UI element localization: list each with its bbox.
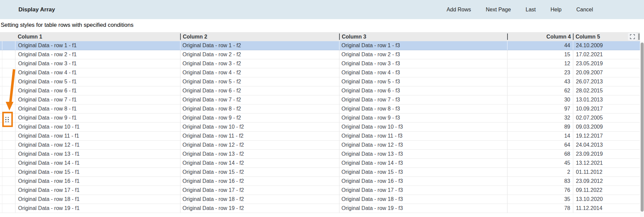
header-column-3[interactable]: Column 3: [339, 32, 507, 41]
row-selector-cell[interactable]: [0, 95, 15, 104]
header-label: Column 4: [544, 34, 573, 40]
cell-column-5: 28.02.2015: [573, 86, 640, 95]
table-row[interactable]: Original Data - row 9 - f1 Original Data…: [0, 114, 640, 123]
cell-column-2: Original Data - row 8 - f2: [180, 104, 339, 113]
cell-column-5: 09.03.2009: [573, 123, 640, 131]
cell-column-4: 64: [507, 141, 573, 149]
expand-table-button[interactable]: [628, 33, 637, 41]
cell-column-3: Original Data - row 8 - f3: [339, 104, 507, 113]
cell-column-4: 12: [507, 59, 573, 68]
table-row[interactable]: Original Data - row 7 - f1 Original Data…: [0, 95, 640, 104]
row-selector-cell[interactable]: [0, 50, 15, 59]
table-row[interactable]: Original Data - row 1 - f1 Original Data…: [0, 41, 640, 50]
cell-column-1: Original Data - row 12 - f1: [15, 141, 180, 149]
cell-column-3: Original Data - row 3 - f3: [339, 59, 507, 68]
cell-column-5: 13.12.2021: [573, 159, 640, 167]
table-row[interactable]: Original Data - row 18 - f1 Original Dat…: [0, 195, 640, 204]
table-row[interactable]: Original Data - row 6 - f1 Original Data…: [0, 86, 640, 95]
table-row[interactable]: Original Data - row 17 - f1 Original Dat…: [0, 186, 640, 195]
table-body: Original Data - row 1 - f1 Original Data…: [0, 41, 640, 213]
header-label: Column 3: [340, 34, 366, 40]
cell-column-2: Original Data - row 9 - f2: [180, 114, 339, 122]
table-row[interactable]: Original Data - row 11 - f1 Original Dat…: [0, 132, 640, 141]
row-selector-cell[interactable]: [0, 195, 15, 204]
cell-column-2: Original Data - row 17 - f2: [180, 186, 339, 195]
cell-column-4: 97: [507, 104, 573, 113]
cell-column-4: 35: [507, 195, 573, 204]
row-selector-cell[interactable]: [0, 59, 15, 68]
next-page-button[interactable]: Next Page: [486, 5, 511, 15]
row-selector-cell[interactable]: [0, 104, 15, 113]
cell-column-4: 83: [507, 177, 573, 186]
cell-column-3: Original Data - row 13 - f3: [339, 150, 507, 158]
cell-column-2: Original Data - row 4 - f2: [180, 68, 339, 77]
row-selector-cell[interactable]: [0, 123, 15, 131]
cell-column-2: Original Data - row 11 - f2: [180, 132, 339, 140]
table-row[interactable]: Original Data - row 19 - f1 Original Dat…: [0, 204, 640, 213]
row-selector-cell[interactable]: [0, 141, 15, 149]
cell-column-3: Original Data - row 18 - f3: [339, 195, 507, 204]
table-row[interactable]: Original Data - row 4 - f1 Original Data…: [0, 68, 640, 77]
cell-column-2: Original Data - row 14 - f2: [180, 159, 339, 167]
header-selector-cell[interactable]: [0, 32, 15, 41]
table-row[interactable]: Original Data - row 2 - f1 Original Data…: [0, 50, 640, 59]
add-rows-button[interactable]: Add Rows: [446, 5, 471, 15]
cell-column-5: 23.05.2019: [573, 59, 640, 68]
scrollbar-thumb[interactable]: [641, 43, 644, 212]
header-column-4[interactable]: Column 4: [507, 32, 573, 41]
cell-column-4: 89: [507, 123, 573, 131]
drag-handle-icon[interactable]: [5, 116, 9, 123]
table-row[interactable]: Original Data - row 14 - f1 Original Dat…: [0, 159, 640, 168]
table-header-row: Column 1 Column 2 Column 3 Column 4 Colu…: [0, 32, 640, 41]
row-selector-cell[interactable]: [0, 132, 15, 140]
cell-column-3: Original Data - row 7 - f3: [339, 95, 507, 104]
cell-column-1: Original Data - row 9 - f1: [15, 114, 180, 122]
cell-column-4: 45: [507, 159, 573, 167]
cell-column-4: 68: [507, 150, 573, 158]
cell-column-4: 32: [507, 114, 573, 122]
header-column-2[interactable]: Column 2: [180, 32, 339, 41]
cell-column-4: 44: [507, 41, 573, 50]
row-selector-cell[interactable]: [0, 86, 15, 95]
last-button[interactable]: Last: [526, 5, 536, 15]
table-row[interactable]: Original Data - row 8 - f1 Original Data…: [0, 104, 640, 114]
cell-column-2: Original Data - row 2 - f2: [180, 50, 339, 59]
table-row[interactable]: Original Data - row 3 - f1 Original Data…: [0, 59, 640, 68]
cell-column-2: Original Data - row 6 - f2: [180, 86, 339, 95]
row-selector-cell[interactable]: [0, 159, 15, 167]
row-selector-cell[interactable]: [0, 68, 15, 77]
cell-column-1: Original Data - row 2 - f1: [15, 50, 180, 59]
vertical-scrollbar[interactable]: [640, 41, 644, 217]
table-row[interactable]: Original Data - row 5 - f1 Original Data…: [0, 77, 640, 86]
cell-column-3: Original Data - row 12 - f3: [339, 141, 507, 149]
table-row[interactable]: Original Data - row 13 - f1 Original Dat…: [0, 150, 640, 159]
header-column-1[interactable]: Column 1: [15, 32, 180, 41]
cell-column-3: Original Data - row 9 - f3: [339, 114, 507, 122]
table-row[interactable]: Original Data - row 16 - f1 Original Dat…: [0, 177, 640, 186]
table-row[interactable]: Original Data - row 10 - f1 Original Dat…: [0, 123, 640, 132]
cell-column-5: 01.11.2012: [573, 168, 640, 176]
cell-column-5: 17.02.2021: [573, 50, 640, 59]
row-selector-cell[interactable]: [0, 77, 15, 86]
row-selector-cell[interactable]: [0, 41, 15, 50]
cell-column-3: Original Data - row 15 - f3: [339, 168, 507, 176]
table-caption: Setting styles for table rows with speci…: [1, 19, 537, 32]
row-selector-cell[interactable]: [0, 186, 15, 195]
header-column-5[interactable]: Column 5: [573, 32, 640, 41]
row-selector-cell[interactable]: [0, 204, 15, 213]
table-row[interactable]: Original Data - row 15 - f1 Original Dat…: [0, 168, 640, 177]
table-row[interactable]: Original Data - row 12 - f1 Original Dat…: [0, 141, 640, 150]
row-selector-cell[interactable]: [0, 168, 15, 176]
row-selector-cell[interactable]: [0, 150, 15, 158]
fullscreen-icon: [630, 34, 635, 39]
cell-column-2: Original Data - row 15 - f2: [180, 168, 339, 176]
dialog-title: Display Array: [18, 6, 55, 13]
help-button[interactable]: Help: [550, 5, 561, 15]
toolbar: Display Array Add Rows Next Page Last He…: [0, 0, 644, 19]
cell-column-4: 30: [507, 95, 573, 104]
cancel-button[interactable]: Cancel: [576, 5, 593, 15]
cell-column-4: 43: [507, 77, 573, 86]
display-array-dialog: Display Array Add Rows Next Page Last He…: [0, 0, 644, 217]
cell-column-4: 14: [507, 132, 573, 140]
row-selector-cell[interactable]: [0, 177, 15, 186]
